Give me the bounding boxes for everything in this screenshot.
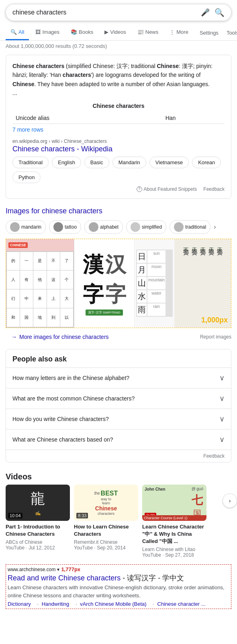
snippet-feedback[interactable]: Feedback	[203, 186, 225, 192]
video-channel-2: Remembr.it Chinese	[74, 539, 138, 545]
table-col2: Han	[162, 112, 225, 124]
tab-all[interactable]: 🔍 All	[6, 25, 29, 40]
table-col1: Unicode alias	[12, 112, 162, 124]
paa-feedback: Feedback	[6, 450, 231, 462]
video-card-1[interactable]: 龍 ✍ 10:04 Part 1- Introduction to Chines…	[6, 485, 70, 558]
tag-basic[interactable]: Basic	[84, 157, 109, 168]
more-icon: ⋮	[170, 29, 175, 35]
paa-title: People also ask	[6, 349, 231, 367]
report-images[interactable]: Report images	[200, 330, 231, 344]
filter-simplified[interactable]: simplified	[126, 220, 166, 234]
people-also-ask-section: People also ask How many letters are in …	[6, 349, 231, 462]
image-collage: CHINESE 的 一 是 不 了 人 有 他 这 个 们 中 来 上 大 和 …	[6, 239, 231, 328]
video-duration-1: 10:04	[8, 513, 22, 518]
filter-alphabet[interactable]: alphabet	[84, 220, 123, 234]
px-label-1000: 1,000px	[201, 316, 228, 324]
all-icon: 🔍	[10, 29, 17, 35]
web-result-desc: Learn Chinese characters with innovative…	[8, 584, 229, 599]
snippet-footer: ? About Featured Snippets Feedback	[12, 186, 225, 192]
books-icon: 📚	[71, 29, 77, 35]
search-icon[interactable]: 🔍	[215, 8, 225, 17]
chevron-down-icon-1: ∨	[219, 374, 225, 382]
news-icon: 📰	[137, 29, 144, 35]
web-result-archchinese: www.archchinese.com ▾ 1,777px Read and w…	[6, 564, 231, 609]
chevron-right-icon: ›	[229, 497, 231, 504]
about-snippets[interactable]: ? About Featured Snippets	[137, 186, 197, 192]
paa-item-3[interactable]: How do you write Chinese characters? ∨	[6, 409, 231, 429]
tab-images[interactable]: 🖼 Images	[31, 25, 64, 40]
filters-chevron-icon[interactable]: ›	[214, 223, 216, 231]
more-rows-link[interactable]: 7 more rows	[12, 124, 225, 135]
snippet-table-title: Chinese characters	[12, 103, 225, 109]
dropdown-icon[interactable]: ▾	[57, 567, 59, 572]
link-arch-mobile[interactable]: vArch Chinese Mobile (Beta)	[80, 601, 146, 607]
video-channel-1: ABCs of Chinese	[6, 539, 70, 545]
mic-icon[interactable]: 🎤	[201, 8, 210, 17]
tag-english[interactable]: English	[52, 157, 81, 168]
tab-books[interactable]: 📚 Books	[66, 25, 98, 40]
px-label-1777: 1,777px	[61, 566, 80, 572]
video-title-2: How to Learn Chinese Characters	[74, 523, 138, 538]
tab-videos[interactable]: ▶ Videos	[100, 25, 131, 40]
images-footer: → More images for chinese characters Rep…	[0, 330, 237, 344]
video-duration-2: 8:33	[76, 513, 88, 518]
video-date-1: YouTube · Jul 12, 2012	[6, 545, 70, 551]
related-tags: Traditional English Basic Mandarin Vietn…	[12, 157, 225, 183]
snippet-table: Unicode alias Han	[12, 112, 225, 124]
nav-settings[interactable]: Settings	[196, 26, 222, 40]
video-date-3: YouTube · Sep 27, 2018	[142, 552, 206, 558]
nav-tools[interactable]: Tools	[223, 26, 237, 40]
video-card-3[interactable]: 拼 guó 七 国 John Chen 3:29 Character Cours…	[142, 485, 206, 558]
tag-traditional[interactable]: Traditional	[12, 157, 49, 168]
paa-item-2[interactable]: What are the most common Chinese charact…	[6, 388, 231, 409]
search-bar[interactable]: 🎤 🔍	[6, 4, 231, 21]
filter-mandarin[interactable]: mandarin	[6, 220, 46, 234]
video-title-1: Part 1- Introduction to Chinese Characte…	[6, 523, 70, 538]
web-result-url: www.archchinese.com ▾ 1,777px	[8, 566, 229, 572]
tab-more[interactable]: ⋮ More	[165, 25, 193, 40]
filter-traditional[interactable]: traditional	[170, 220, 210, 234]
video-cards: 龍 ✍ 10:04 Part 1- Introduction to Chines…	[6, 485, 231, 558]
video-title-3: Learn Chinese Character "中" & Why Is Chi…	[142, 523, 206, 545]
tag-python[interactable]: Python	[12, 171, 41, 183]
chevron-down-icon-3: ∨	[219, 415, 225, 423]
video-cards-wrapper: 龍 ✍ 10:04 Part 1- Introduction to Chines…	[0, 485, 237, 563]
web-result-title[interactable]: Read and write Chinese characters - 读写汉字…	[8, 573, 229, 583]
result-stats: About 1,000,000,000 results (0.72 second…	[0, 41, 237, 52]
link-dictionary[interactable]: Dictionary	[8, 601, 31, 607]
featured-snippet: Chinese characters (simplified Chinese: …	[6, 55, 231, 199]
chevron-down-icon-2: ∨	[219, 394, 225, 403]
chevron-down-icon-4: ∨	[219, 435, 225, 444]
wiki-source: en.wikipedia.org › wiki › Chinese_charac…	[12, 138, 225, 144]
video-date-2: YouTube · Sep 20, 2014	[74, 545, 138, 551]
image-filters: mandarin tattoo alphabet simplified trad…	[0, 217, 237, 237]
nav-tabs: 🔍 All 🖼 Images 📚 Books ▶ Videos 📰 News ⋮…	[0, 25, 237, 41]
link-handwriting[interactable]: Handwriting	[42, 601, 69, 607]
video-card-2[interactable]: the BEST way to learn Chinese characters…	[74, 485, 138, 558]
web-result-links: Dictionary · Handwriting · vArch Chinese…	[8, 601, 229, 607]
tag-vietnamese[interactable]: Vietnamese	[149, 157, 189, 168]
videos-icon: ▶	[104, 29, 108, 35]
video-thumb-2[interactable]: the BEST way to learn Chinese characters…	[74, 485, 138, 521]
tab-news[interactable]: 📰 News	[133, 25, 163, 40]
paa-item-4[interactable]: What are Chinese characters based on? ∨	[6, 429, 231, 450]
video-next-button[interactable]: ›	[223, 493, 237, 508]
paa-item-1[interactable]: How many letters are in the Chinese alph…	[6, 367, 231, 388]
filter-tattoo[interactable]: tattoo	[49, 220, 81, 234]
images-icon: 🖼	[35, 29, 41, 35]
wiki-link[interactable]: Chinese characters - Wikipedia	[12, 145, 225, 153]
arrow-right-icon: →	[11, 334, 17, 340]
search-input[interactable]	[12, 9, 201, 16]
tag-mandarin[interactable]: Mandarin	[112, 157, 146, 168]
more-images-link[interactable]: → More images for chinese characters	[6, 330, 114, 344]
tag-korean[interactable]: Korean	[192, 157, 221, 168]
videos-title: Videos	[0, 467, 237, 485]
video-thumb-1[interactable]: 龍 ✍ 10:04	[6, 485, 70, 521]
snippet-text: Chinese characters (simplified Chinese: …	[12, 62, 225, 98]
video-thumb-3[interactable]: 拼 guó 七 国 John Chen 3:29 Character Cours…	[142, 485, 206, 521]
link-chinese-char[interactable]: Chinese character ...	[157, 601, 206, 607]
video-overlay: Character Course (Level 1)	[142, 515, 206, 521]
video-channel-3: Learn Chinese with Litao	[142, 547, 206, 552]
images-section-header[interactable]: Images for chinese characters	[0, 202, 237, 217]
